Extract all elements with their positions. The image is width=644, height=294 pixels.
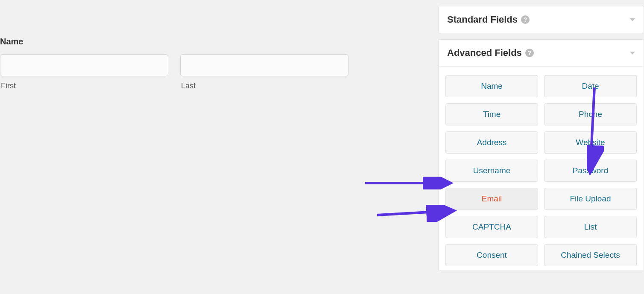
chevron-down-icon bbox=[630, 18, 635, 21]
standard-fields-header[interactable]: Standard Fields ? bbox=[439, 6, 644, 33]
advanced-fields-title: Advanced Fields bbox=[447, 47, 522, 58]
field-btn-consent[interactable]: Consent bbox=[445, 244, 538, 266]
field-btn-list[interactable]: List bbox=[544, 216, 637, 238]
help-icon[interactable]: ? bbox=[525, 49, 534, 57]
field-btn-address[interactable]: Address bbox=[445, 131, 538, 154]
chevron-down-icon bbox=[630, 52, 635, 55]
standard-fields-title-wrap: Standard Fields ? bbox=[447, 14, 530, 25]
standard-fields-panel: Standard Fields ? bbox=[438, 6, 644, 33]
first-name-input[interactable] bbox=[0, 54, 168, 76]
field-btn-email[interactable]: Email bbox=[445, 188, 538, 210]
field-btn-username[interactable]: Username bbox=[445, 160, 538, 182]
field-btn-time[interactable]: Time bbox=[445, 103, 538, 125]
field-btn-date[interactable]: Date bbox=[544, 75, 637, 97]
help-icon[interactable]: ? bbox=[521, 15, 530, 24]
field-btn-file-upload[interactable]: File Upload bbox=[544, 188, 637, 210]
field-btn-chained-selects[interactable]: Chained Selects bbox=[544, 244, 637, 266]
advanced-fields-body: Name Date Time Phone Address Website Use… bbox=[439, 66, 644, 271]
advanced-fields-title-wrap: Advanced Fields ? bbox=[447, 47, 534, 58]
last-name-col: Last bbox=[180, 54, 348, 90]
advanced-fields-header[interactable]: Advanced Fields ? bbox=[439, 40, 644, 66]
field-btn-phone[interactable]: Phone bbox=[544, 103, 637, 125]
fields-sidebar: Standard Fields ? Advanced Fields ? Name… bbox=[438, 6, 644, 271]
last-name-input[interactable] bbox=[180, 54, 348, 76]
first-name-col: First bbox=[0, 54, 168, 90]
name-field-row: First Last bbox=[0, 54, 438, 90]
field-btn-website[interactable]: Website bbox=[544, 131, 637, 154]
field-btn-name[interactable]: Name bbox=[445, 75, 538, 97]
first-name-sublabel: First bbox=[0, 82, 168, 90]
form-editor-area: Name First Last bbox=[0, 0, 438, 294]
name-field-label: Name bbox=[0, 37, 438, 54]
field-btn-captcha[interactable]: CAPTCHA bbox=[445, 216, 538, 238]
standard-fields-title: Standard Fields bbox=[447, 14, 518, 25]
last-name-sublabel: Last bbox=[180, 82, 348, 90]
field-btn-password[interactable]: Password bbox=[544, 160, 637, 182]
advanced-fields-panel: Advanced Fields ? Name Date Time Phone A… bbox=[438, 39, 644, 271]
